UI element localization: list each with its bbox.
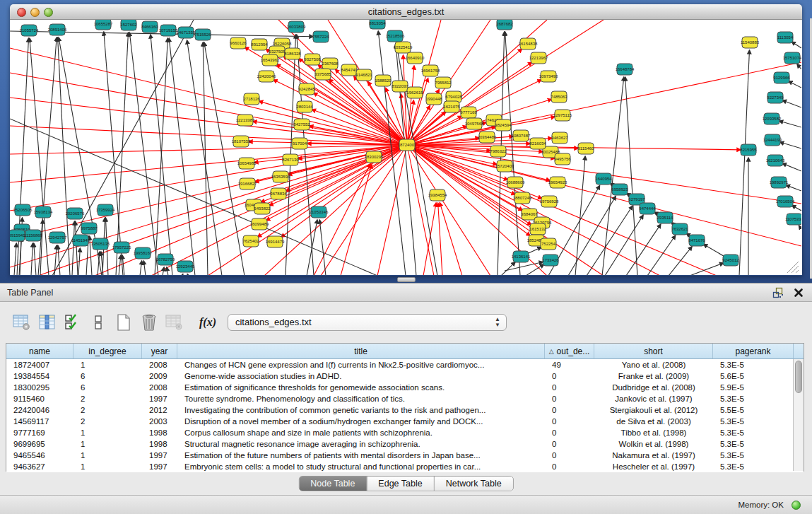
- graph-edge: [407, 145, 434, 275]
- table-row[interactable]: 946554611997Estimation of the future num…: [6, 450, 804, 461]
- graph-edge: [14, 243, 16, 275]
- graph-node-label: 7986322: [490, 149, 507, 153]
- graph-node-label: 7955812: [435, 81, 452, 85]
- graph-node-label: 19958167: [134, 251, 153, 255]
- function-builder-button[interactable]: f(x): [199, 316, 216, 329]
- network-desktop: citations_edges.txt 18724007966012689129…: [0, 0, 812, 283]
- graph-node-label: 9327508: [304, 57, 321, 62]
- graph-node-label: 12213967: [529, 56, 548, 60]
- graph-edge: [151, 145, 407, 275]
- column-header-short[interactable]: short: [594, 344, 713, 358]
- float-window-icon[interactable]: [772, 287, 784, 298]
- table-row[interactable]: 946362711997Embryonic stem cells: a mode…: [6, 461, 804, 472]
- table-cell: 5.3E-5: [713, 427, 794, 438]
- graph-node-label: 18724007: [398, 143, 417, 147]
- column-header-pagerank[interactable]: pagerank: [713, 344, 794, 358]
- column-header-out_de[interactable]: △out_de...: [545, 344, 594, 358]
- table-panel-body: f(x) citations_edges.txt ▲▼ namein_degre…: [0, 302, 812, 495]
- column-header-name[interactable]: name: [6, 344, 73, 358]
- table-cell: 0: [545, 450, 594, 461]
- graph-node-label: 7557224: [312, 35, 329, 39]
- table-row[interactable]: 1872400712008Changes of HCN gene express…: [6, 359, 804, 370]
- tab-network-table[interactable]: Network Table: [434, 477, 513, 491]
- table-cell: 6: [73, 382, 142, 393]
- graph-node-label: 2718126: [243, 97, 260, 101]
- table-row[interactable]: 1456911722003Disruption of a novel membe…: [6, 416, 804, 427]
- graph-node-label: 14136141: [512, 255, 531, 259]
- graph-node-label: 20891406: [48, 28, 67, 32]
- graph-node-label: 1527602: [120, 23, 137, 27]
- graph-edge: [786, 185, 801, 191]
- graph-edge: [625, 77, 637, 275]
- table-cell: Yano et al. (2008): [594, 359, 713, 370]
- graph-node-label: 16648784: [616, 67, 635, 71]
- close-panel-icon[interactable]: [794, 288, 804, 298]
- graph-node-label: 1588520: [375, 78, 392, 83]
- resize-grip[interactable]: [792, 266, 799, 273]
- column-header-title[interactable]: title: [177, 344, 545, 358]
- graph-edge: [782, 100, 801, 107]
- tab-node-table[interactable]: Node Table: [299, 477, 366, 491]
- table-cell: 18300295: [6, 382, 73, 393]
- graph-node-label: 16033809: [287, 25, 306, 29]
- graph-edge: [10, 145, 407, 211]
- graph-node-label: 10973493: [539, 74, 558, 78]
- table-cell: 9115460: [6, 393, 73, 404]
- graph-node-label: 16914479: [266, 240, 285, 244]
- status-bar: Memory: OK: [0, 495, 812, 514]
- graph-node-label: 7515526: [194, 33, 211, 37]
- resize-grip[interactable]: [796, 270, 799, 273]
- window-title: citations_edges.txt: [10, 6, 802, 17]
- table-row[interactable]: 977716911998Corpus callosum shape and si…: [6, 427, 804, 438]
- graph-node-label: 917004: [293, 141, 307, 146]
- graph-node-label: 16543962: [261, 58, 280, 62]
- table-row[interactable]: 1938455462009Genome-wide association stu…: [6, 370, 804, 382]
- graph-node-label: 8215955: [740, 148, 757, 152]
- graph-node-label: 8322037: [392, 84, 408, 88]
- row-options-button[interactable]: [88, 313, 109, 332]
- table-chooser-dropdown[interactable]: citations_edges.txt ▲▼: [228, 314, 507, 331]
- graph-node-label: 12923445: [176, 264, 195, 269]
- table-cell: 5.3E-5: [713, 450, 794, 461]
- create-column-button[interactable]: [113, 313, 134, 332]
- graph-node-label: 1990448: [425, 97, 442, 101]
- scrollbar-thumb[interactable]: [795, 361, 802, 393]
- graph-node-label: 2935114: [657, 216, 674, 220]
- delete-columns-button[interactable]: [139, 313, 160, 332]
- table-row[interactable]: 911546021997Tourette syndrome. Phenomeno…: [6, 393, 804, 404]
- column-header-in_degree[interactable]: in_degree: [73, 344, 142, 358]
- table-cell: 0: [545, 382, 594, 393]
- graph-node-label: 8813054: [369, 21, 386, 25]
- graph-node-label: 7485063: [551, 95, 567, 99]
- network-window-titlebar[interactable]: citations_edges.txt: [10, 4, 802, 20]
- table-cell: 2: [73, 404, 142, 416]
- graph-node-label: 7632621: [671, 227, 688, 231]
- graph-node-label: 8466160: [141, 25, 158, 29]
- column-header-year[interactable]: year: [142, 344, 177, 358]
- graph-node-label: 9245012: [722, 258, 739, 262]
- graph-node-label: 11540883: [741, 40, 760, 45]
- column-header-label: out_de...: [557, 346, 590, 356]
- sort-ascending-icon: △: [549, 348, 554, 355]
- graph-edge: [116, 33, 128, 275]
- graph-edge: [167, 267, 168, 275]
- graph-edge: [797, 64, 801, 69]
- graph-node-label: 6958923: [611, 187, 628, 192]
- graph-node-label: 25206505: [13, 208, 33, 212]
- show-columns-button[interactable]: [37, 313, 58, 332]
- graph-node-label: 16353594: [271, 175, 290, 179]
- splitter-handle[interactable]: [397, 277, 416, 282]
- graph-edge: [155, 38, 167, 275]
- table-vertical-scrollbar[interactable]: [793, 359, 804, 471]
- tab-edge-table[interactable]: Edge Table: [366, 477, 433, 491]
- graph-edge: [789, 81, 801, 88]
- table-row[interactable]: 969969511998Structural magnetic resonanc…: [6, 438, 804, 450]
- table-settings-button[interactable]: [11, 313, 33, 332]
- graph-node-label: 8267130: [282, 158, 299, 162]
- table-row[interactable]: 1830029562008Estimation of significance …: [6, 382, 804, 393]
- network-canvas[interactable]: 1872400796601268912954152260589327505165…: [10, 20, 802, 275]
- table-cell: 2012: [142, 404, 177, 416]
- graph-edge: [407, 62, 801, 145]
- table-row[interactable]: 2242004622012Investigating the contribut…: [6, 404, 804, 416]
- select-columns-button[interactable]: [62, 313, 83, 332]
